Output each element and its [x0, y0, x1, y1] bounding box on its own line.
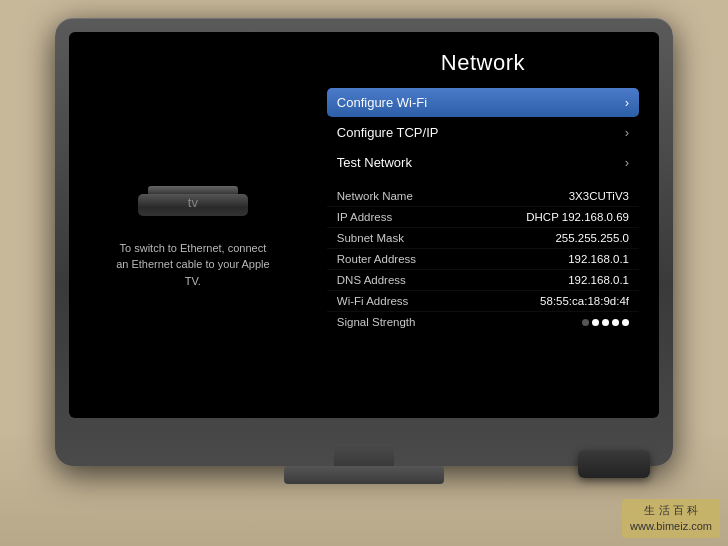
info-row-router-address: Router Address 192.168.0.1: [327, 249, 639, 270]
menu-item-test-network[interactable]: Test Network ›: [327, 148, 639, 177]
value-subnet-mask: 255.255.255.0: [555, 232, 629, 244]
value-wifi-address: 58:55:ca:18:9d:4f: [540, 295, 629, 307]
info-row-subnet-mask: Subnet Mask 255.255.255.0: [327, 228, 639, 249]
apple-logo-icon: tv: [188, 195, 198, 210]
device-top: [148, 186, 238, 194]
appletv-device-image: tv: [138, 161, 248, 216]
watermark-line1: 生 活 百 科: [630, 503, 712, 518]
menu-item-label-configure-tcp: Configure TCP/IP: [337, 125, 439, 140]
device-body: tv: [138, 194, 248, 216]
menu-item-configure-wifi[interactable]: Configure Wi-Fi ›: [327, 88, 639, 117]
signal-dot-5: [622, 319, 629, 326]
appletv-device-box: [578, 450, 650, 478]
watermark-line2: www.bimeiz.com: [630, 519, 712, 534]
signal-dot-4: [612, 319, 619, 326]
chevron-right-icon-2: ›: [625, 125, 629, 140]
value-ip-address: DHCP 192.168.0.69: [526, 211, 629, 223]
screen-content: tv To switch to Ethernet, connect an Eth…: [69, 32, 659, 418]
value-router-address: 192.168.0.1: [568, 253, 629, 265]
tv-stand-neck: [334, 444, 394, 466]
info-row-dns-address: DNS Address 192.168.0.1: [327, 270, 639, 291]
info-row-ip-address: IP Address DHCP 192.168.0.69: [327, 207, 639, 228]
label-router-address: Router Address: [337, 253, 437, 265]
page-title: Network: [327, 50, 639, 76]
label-ip-address: IP Address: [337, 211, 437, 223]
menu-item-configure-tcp[interactable]: Configure TCP/IP ›: [327, 118, 639, 147]
info-row-network-name: Network Name 3X3CUTiV3: [327, 186, 639, 207]
watermark: 生 活 百 科 www.bimeiz.com: [622, 499, 720, 538]
label-dns-address: DNS Address: [337, 274, 437, 286]
left-panel: tv To switch to Ethernet, connect an Eth…: [69, 32, 317, 418]
info-row-wifi-address: Wi-Fi Address 58:55:ca:18:9d:4f: [327, 291, 639, 312]
label-network-name: Network Name: [337, 190, 437, 202]
menu-item-label-configure-wifi: Configure Wi-Fi: [337, 95, 427, 110]
value-network-name: 3X3CUTiV3: [569, 190, 629, 202]
signal-dot-1: [582, 319, 589, 326]
label-signal-strength: Signal Strength: [337, 316, 437, 328]
signal-dot-2: [592, 319, 599, 326]
signal-strength-indicator: [582, 319, 629, 326]
info-section: Network Name 3X3CUTiV3 IP Address DHCP 1…: [327, 186, 639, 332]
chevron-right-icon-3: ›: [625, 155, 629, 170]
instruction-text: To switch to Ethernet, connect an Ethern…: [113, 240, 273, 290]
tv-frame: tv To switch to Ethernet, connect an Eth…: [55, 18, 673, 466]
right-panel: Network Configure Wi-Fi › Configure TCP/…: [317, 32, 659, 418]
chevron-right-icon: ›: [625, 95, 629, 110]
tv-stand-base: [284, 466, 444, 484]
signal-dot-3: [602, 319, 609, 326]
label-subnet-mask: Subnet Mask: [337, 232, 437, 244]
tv-screen: tv To switch to Ethernet, connect an Eth…: [69, 32, 659, 418]
info-row-signal-strength: Signal Strength: [327, 312, 639, 332]
label-wifi-address: Wi-Fi Address: [337, 295, 437, 307]
value-dns-address: 192.168.0.1: [568, 274, 629, 286]
menu-item-label-test-network: Test Network: [337, 155, 412, 170]
